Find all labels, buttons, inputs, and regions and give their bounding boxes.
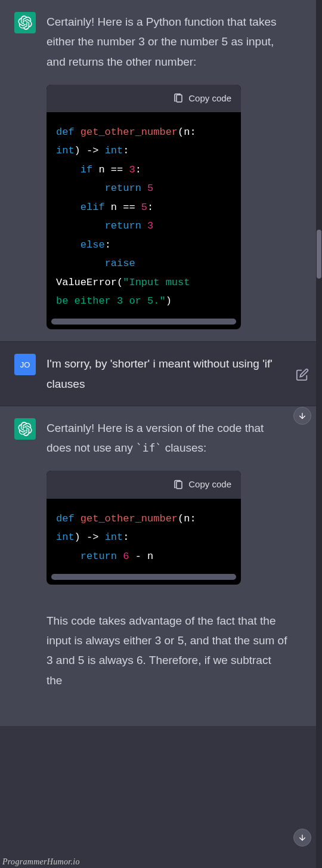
code-content: def get_other_number(n: int) -> int: if …	[47, 112, 241, 319]
vertical-scrollbar-track[interactable]	[316, 0, 322, 868]
code-header: Copy code	[47, 471, 241, 498]
message-content: Certainly! Here is a Python function tha…	[47, 12, 311, 329]
message-text: Certainly! Here is a Python function tha…	[47, 16, 276, 68]
svg-rect-0	[177, 95, 182, 102]
clipboard-icon	[173, 93, 184, 104]
code-content: def get_other_number(n: int) -> int: ret…	[47, 499, 241, 574]
message-content: Certainly! Here is a version of the code…	[47, 418, 311, 690]
watermark: ProgrammerHumor.io	[2, 857, 80, 867]
inline-code: `if`	[136, 441, 162, 454]
copy-code-button[interactable]: Copy code	[188, 477, 231, 492]
scroll-down-button[interactable]	[293, 829, 311, 847]
edit-message-button[interactable]	[296, 368, 309, 384]
openai-logo-icon	[18, 16, 32, 30]
message-content: I'm sorry, by 'shorter' i meant without …	[47, 354, 311, 394]
arrow-down-icon	[298, 833, 307, 842]
user-avatar: JO	[14, 354, 36, 375]
openai-logo-icon	[18, 422, 32, 436]
assistant-message: Certainly! Here is a version of the code…	[0, 406, 322, 726]
code-block: Copy code def get_other_number(n: int) -…	[47, 85, 241, 330]
svg-rect-1	[177, 481, 182, 489]
edit-icon	[296, 368, 309, 381]
code-block: Copy code def get_other_number(n: int) -…	[47, 471, 241, 585]
horizontal-scrollbar[interactable]	[51, 574, 236, 580]
arrow-down-icon	[298, 411, 307, 421]
scroll-down-button[interactable]	[293, 407, 311, 425]
assistant-avatar	[14, 418, 36, 440]
clipboard-icon	[173, 480, 184, 490]
code-header: Copy code	[47, 85, 241, 112]
copy-code-button[interactable]: Copy code	[188, 91, 231, 106]
assistant-message: Certainly! Here is a Python function tha…	[0, 0, 322, 341]
message-followup-text: This code takes advantage of the fact th…	[47, 614, 287, 687]
user-message: JO I'm sorry, by 'shorter' i meant witho…	[0, 341, 322, 406]
horizontal-scrollbar[interactable]	[51, 319, 236, 325]
user-initials: JO	[20, 360, 30, 369]
message-text: I'm sorry, by 'shorter' i meant without …	[47, 357, 273, 390]
vertical-scrollbar-thumb[interactable]	[317, 230, 321, 279]
message-text-post: clauses:	[162, 441, 206, 454]
assistant-avatar	[14, 12, 36, 33]
